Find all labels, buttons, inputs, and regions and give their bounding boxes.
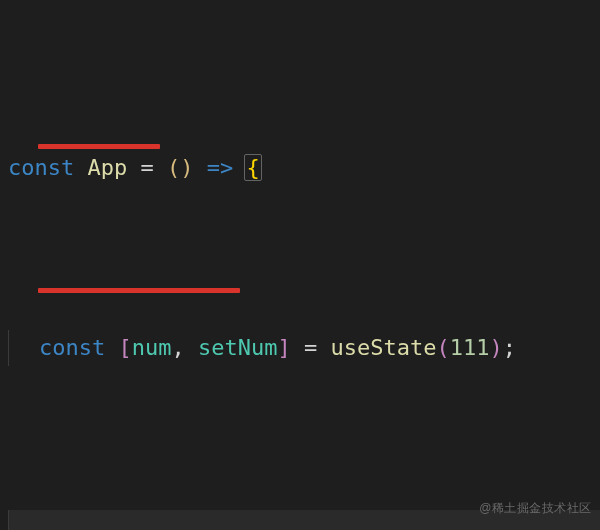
keyword-const: const: [39, 335, 105, 360]
identifier-setnum: setNum: [198, 335, 277, 360]
paren-open: (): [167, 155, 194, 180]
identifier-usestate: useState: [330, 335, 436, 360]
code-line: const [num, setNum] = useState(111);: [8, 330, 600, 366]
code-line: const App = () => {: [8, 150, 600, 186]
code-editor: const App = () => { const [num, setNum] …: [0, 0, 600, 530]
brace-open: {: [245, 155, 260, 180]
keyword-const: const: [8, 155, 74, 180]
underline-uselayouteffect: [38, 288, 240, 293]
literal-number: 111: [450, 335, 490, 360]
watermark: @稀土掘金技术社区: [479, 490, 592, 526]
underline-useeffect: [38, 144, 160, 149]
identifier-app: App: [87, 155, 127, 180]
identifier-num: num: [132, 335, 172, 360]
